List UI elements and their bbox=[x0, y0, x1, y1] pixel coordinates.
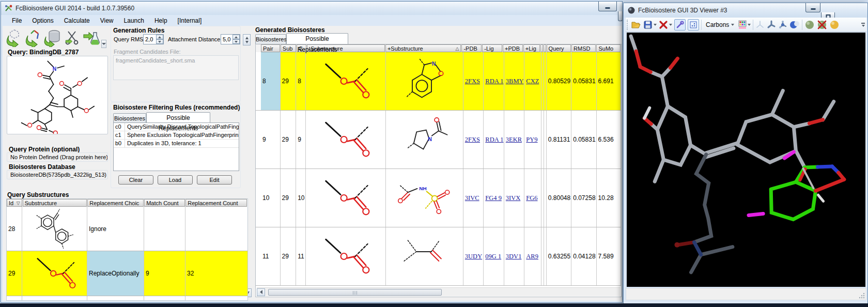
minus-substructure-cell[interactable] bbox=[306, 169, 386, 227]
tab-filter-bioisosteres[interactable]: Bioisosteres bbox=[113, 113, 146, 122]
rmsd-cell[interactable]: 0.05831 bbox=[571, 52, 596, 110]
minus-lig-cell[interactable]: FG4 9 bbox=[484, 169, 504, 227]
plus-pdb-cell[interactable]: 3EKR bbox=[504, 111, 525, 168]
query-cell[interactable]: 0.80529 bbox=[547, 52, 571, 110]
import-ligand-button[interactable] bbox=[25, 28, 42, 47]
lig-link[interactable]: RDA 1 bbox=[485, 78, 503, 85]
plus-pdb-cell[interactable]: 3DV1 bbox=[504, 227, 525, 285]
c-cell[interactable]: 10 bbox=[296, 169, 306, 227]
lig-link[interactable]: AR9 bbox=[526, 253, 538, 260]
rmsd-cell[interactable]: 0.07258 bbox=[571, 169, 596, 227]
viewer-toolbar-overflow[interactable] bbox=[861, 23, 865, 27]
substructure-row-29[interactable]: 29 ReplaceOptionally 9 32 bbox=[7, 251, 247, 296]
color-picker-button[interactable] bbox=[738, 20, 751, 29]
minus-lig-cell[interactable]: RDA 1 bbox=[484, 111, 504, 168]
scroll-left-button[interactable] bbox=[257, 288, 265, 296]
plus-substructure-cell[interactable]: N bbox=[386, 52, 463, 110]
import-query-button[interactable] bbox=[6, 28, 23, 47]
sumo-cell[interactable]: 6.691 bbox=[597, 52, 621, 110]
c-cell[interactable]: 9 bbox=[296, 111, 306, 168]
rmsd-cell[interactable]: 0.04128 bbox=[571, 227, 596, 285]
lig-link[interactable]: FG4 9 bbox=[485, 194, 502, 202]
minus-pdb-cell[interactable]: 2FXS bbox=[463, 52, 484, 110]
minus-lig-cell[interactable]: RDA 1 bbox=[484, 52, 504, 110]
pdb-link[interactable]: 3UDY bbox=[465, 253, 482, 260]
cut-fragments-button[interactable] bbox=[63, 28, 81, 47]
sumo-cell[interactable]: 10.28 bbox=[597, 169, 621, 227]
substructure-image-cell[interactable] bbox=[22, 251, 87, 296]
menu-file[interactable]: File bbox=[7, 16, 26, 25]
menu-calculate[interactable]: Calculate bbox=[59, 16, 95, 25]
scroll-thumb[interactable] bbox=[268, 289, 442, 296]
plus-lig-cell[interactable]: FG6 bbox=[524, 169, 541, 227]
edit-button[interactable]: Edit bbox=[197, 175, 232, 185]
show-hydrogens-button[interactable] bbox=[804, 20, 815, 30]
minus-lig-cell[interactable]: 09G 1 bbox=[484, 227, 504, 285]
lig-link[interactable]: CXZ bbox=[526, 78, 539, 85]
measure-tool-button[interactable] bbox=[674, 19, 686, 30]
pdb-link[interactable]: 3EKR bbox=[506, 136, 522, 144]
clear-button[interactable]: Clear bbox=[118, 175, 153, 185]
sumo-cell[interactable]: 7.589 bbox=[597, 227, 621, 285]
replacement-cell[interactable]: 32 bbox=[185, 251, 247, 296]
ballstick-style-button[interactable] bbox=[778, 20, 787, 29]
generated-row-8[interactable]: 8 29 8 bbox=[256, 52, 621, 111]
delete-button[interactable] bbox=[659, 20, 672, 29]
wireframe-style-button[interactable] bbox=[755, 20, 765, 29]
minimize-button[interactable] bbox=[598, 2, 617, 11]
tab-generated-bioisosteres[interactable]: Bioisosteres bbox=[255, 34, 286, 44]
plus-substructure-cell[interactable] bbox=[386, 227, 463, 285]
minus-pdb-cell[interactable]: 2FXS bbox=[463, 111, 484, 168]
pdb-link[interactable]: 3IVX bbox=[506, 194, 520, 202]
col-minus-lig[interactable]: -Lig bbox=[482, 44, 502, 52]
menu-help[interactable]: Help bbox=[150, 16, 172, 25]
plus-lig-cell[interactable]: AR9 bbox=[524, 227, 541, 285]
viewer-minimize-button[interactable] bbox=[805, 3, 820, 12]
tab-generated-possible-replacements[interactable]: Possible Replacements bbox=[286, 33, 348, 44]
run-generation-button[interactable] bbox=[82, 28, 100, 47]
label-atoms-button[interactable] bbox=[688, 19, 699, 30]
dist-up-icon[interactable] bbox=[233, 35, 240, 39]
load-button[interactable]: Load bbox=[158, 175, 193, 185]
lig-link[interactable]: 09G 1 bbox=[485, 253, 501, 260]
minus-substructure-cell[interactable] bbox=[306, 52, 386, 110]
pdb-link[interactable]: 3BMY bbox=[506, 78, 524, 85]
main-titlebar[interactable]: FcBioisostere GUI 2014 - build 1.0.7.395… bbox=[1, 2, 622, 15]
panel-scroll-spinner[interactable] bbox=[243, 34, 251, 45]
menu-options[interactable]: Options bbox=[27, 16, 58, 25]
database-value-box[interactable]: BioisostereDB(5735pdb_4322lig_513) bbox=[7, 170, 108, 179]
plus-substructure-cell[interactable]: NH bbox=[386, 169, 463, 227]
col-plus-lig[interactable]: +Lig bbox=[523, 44, 540, 52]
generated-row-10[interactable]: 10 29 10 bbox=[256, 169, 621, 227]
sub-cell[interactable]: 29 bbox=[281, 227, 297, 285]
plus-pdb-cell[interactable]: 3BMY bbox=[504, 52, 525, 110]
tab-filter-possible-replacements[interactable]: Possible Replacements bbox=[146, 112, 210, 122]
save-button[interactable] bbox=[643, 20, 657, 29]
lig-link[interactable]: PY9 bbox=[526, 136, 537, 144]
minus-substructure-cell[interactable] bbox=[306, 227, 386, 285]
plus-lig-cell[interactable]: CXZ bbox=[524, 52, 541, 110]
sumo-cell[interactable]: 6.536 bbox=[597, 111, 621, 168]
col-narrow-2[interactable] bbox=[544, 44, 546, 52]
lig-link[interactable]: RDA 1 bbox=[485, 136, 503, 144]
col-rmsd[interactable]: RMSD bbox=[571, 44, 596, 52]
generated-hscrollbar[interactable] bbox=[257, 287, 620, 296]
col-sub[interactable]: Sub bbox=[281, 44, 296, 52]
hide-hydrogens-button[interactable] bbox=[817, 20, 827, 30]
generated-row-11[interactable]: 11 29 11 bbox=[256, 227, 621, 286]
carbons-dropdown[interactable]: Carbons bbox=[704, 20, 736, 29]
minus-pdb-cell[interactable]: 3UDY bbox=[463, 227, 484, 285]
substructure-row-28[interactable]: 28 Ignore bbox=[7, 207, 247, 251]
menu-view[interactable]: View bbox=[96, 16, 118, 25]
pdb-link[interactable]: 2FXS bbox=[465, 136, 480, 144]
query-cell[interactable]: 0.81131 bbox=[547, 111, 571, 168]
rmsd-cell[interactable]: 0.05831 bbox=[571, 111, 596, 168]
menu-launch[interactable]: Launch bbox=[119, 16, 149, 25]
highlight-sphere-button[interactable] bbox=[829, 20, 840, 30]
col-plus-substructure[interactable]: +Substructure△ bbox=[385, 44, 461, 52]
plus-substructure-cell[interactable]: N bbox=[386, 111, 463, 168]
pair-cell[interactable]: 9 bbox=[261, 111, 281, 168]
query-cell[interactable]: 0.80048 bbox=[547, 169, 571, 227]
pdb-link[interactable]: 3IVC bbox=[465, 194, 479, 202]
viewer-3d-canvas[interactable] bbox=[627, 33, 865, 287]
